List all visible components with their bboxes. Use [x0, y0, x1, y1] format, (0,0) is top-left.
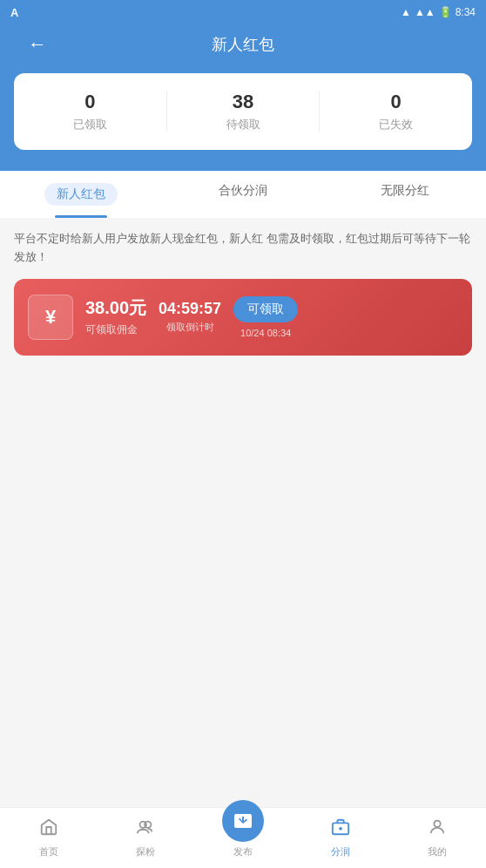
tab-bar: 新人红包 合伙分润 无限分红: [0, 171, 486, 218]
svg-point-5: [435, 821, 441, 827]
back-button[interactable]: ←: [28, 33, 47, 56]
tab-new-redpacket[interactable]: 新人红包: [0, 171, 162, 218]
nav-mine-label: 我的: [428, 845, 447, 858]
stat-pending-value: 38: [167, 91, 320, 113]
home-icon: [39, 817, 58, 842]
redpacket-amount-label: 可领取佣金: [85, 322, 146, 337]
tab-partner-profit[interactable]: 合伙分润: [162, 171, 324, 218]
tab-new-redpacket-label: 新人红包: [44, 183, 118, 206]
page-title: 新人红包: [212, 34, 274, 55]
nav-explore-label: 探粉: [136, 845, 155, 858]
main-content: 新人红包 合伙分润 无限分红 平台不定时给新人用户发放新人现金红包，新人红 包需…: [0, 171, 486, 356]
status-bar-right: ▲ ▲▲ 🔋 8:34: [401, 6, 476, 18]
yen-icon: ¥: [45, 306, 56, 329]
signal-icon: ▲▲: [415, 6, 435, 18]
explore-icon: [136, 817, 155, 842]
redpacket-amount: 38.00元: [85, 296, 146, 320]
claim-button[interactable]: 可领取: [233, 296, 298, 322]
stat-expired-value: 0: [320, 91, 472, 113]
status-bar: A ▲ ▲▲ 🔋 8:34: [0, 0, 486, 24]
stat-claimed: 0 已领取: [14, 91, 166, 132]
stat-claimed-label: 已领取: [14, 117, 166, 132]
nav-explore[interactable]: 探粉: [98, 810, 195, 865]
bottom-nav: 首页 探粉 发布: [0, 807, 486, 868]
battery-icon: 🔋: [439, 6, 452, 18]
stat-expired: 0 已失效: [319, 91, 472, 132]
stat-claimed-value: 0: [14, 91, 166, 113]
mine-icon: [428, 817, 447, 842]
nav-publish-label: 发布: [233, 845, 253, 858]
redpacket-timer-section: 04:59:57 领取倒计时: [159, 300, 221, 334]
time: 8:34: [456, 6, 476, 18]
redpacket-timer-label: 领取倒计时: [159, 321, 221, 334]
tab-unlimited-dividend-label: 无限分红: [381, 183, 429, 197]
nav-mine[interactable]: 我的: [388, 810, 486, 865]
tab-unlimited-dividend[interactable]: 无限分红: [324, 171, 486, 218]
tab-partner-profit-label: 合伙分润: [219, 183, 267, 197]
page-header: ← 新人红包: [14, 24, 472, 73]
nav-profit[interactable]: 分润: [292, 810, 389, 865]
redpacket-date: 10/24 08:34: [240, 328, 291, 338]
profit-icon: [331, 817, 350, 842]
nav-home[interactable]: 首页: [0, 810, 98, 865]
redpacket-card: ¥ 38.00元 可领取佣金 04:59:57 领取倒计时 可领取 10/24 …: [14, 279, 472, 356]
stats-card: 0 已领取 38 待领取 0 已失效: [14, 73, 472, 150]
redpacket-timer: 04:59:57: [159, 300, 221, 318]
stat-pending: 38 待领取: [166, 91, 320, 132]
stat-expired-label: 已失效: [320, 117, 472, 132]
blue-header-section: ← 新人红包 0 已领取 38 待领取 0 已失效: [0, 24, 486, 171]
description-text: 平台不定时给新人用户发放新人现金红包，新人红 包需及时领取，红包过期后可等待下一…: [0, 218, 486, 279]
nav-profit-label: 分润: [331, 845, 350, 858]
redpacket-icon: ¥: [28, 295, 73, 340]
redpacket-action-section: 可领取 10/24 08:34: [233, 296, 298, 338]
stat-pending-label: 待领取: [167, 117, 320, 132]
app-label: A: [10, 6, 18, 19]
nav-home-label: 首页: [39, 845, 58, 858]
wifi-icon: ▲: [401, 6, 411, 18]
publish-icon: [222, 800, 264, 842]
nav-publish[interactable]: 发布: [194, 817, 292, 858]
redpacket-amount-section: 38.00元 可领取佣金: [85, 296, 146, 337]
